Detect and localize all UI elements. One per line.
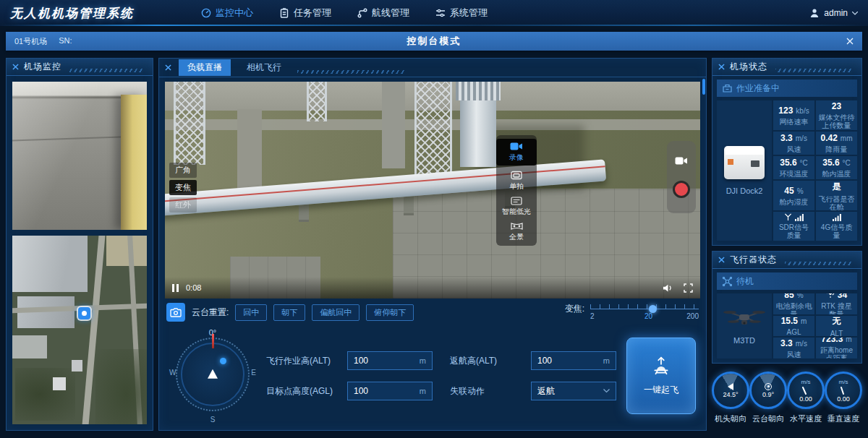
yaw-recenter-button[interactable]: 偏航回中 [312,304,359,321]
compass-needle [212,334,214,348]
building [72,360,82,372]
panel-close-button[interactable] [718,64,725,70]
video-time: 0:08 [186,283,201,292]
tab-payload-live[interactable]: 负载直播 [179,59,231,76]
gauge-dial: m/s 0.00 [825,372,862,409]
video-record-icon [510,142,523,151]
sdr-signal-icon [795,214,804,221]
snapshot-button[interactable] [166,303,185,322]
compass-west-label: W [169,369,176,377]
gimbal-point-down-button[interactable]: 朝下 [273,304,305,321]
heading-arrow-icon [728,383,733,390]
gimbal-recenter-button[interactable]: 回中 [235,304,267,321]
unit-label: m [603,356,610,365]
drone-video-feed[interactable]: 广角 变焦 红外 录像 单拍 智能低光 [165,82,700,299]
gimbal-orientation-gauge: 0.9° 云台朝向 [749,372,787,424]
drone-status-body: M3TD 85% 电池剩余电量 34 RTK 搜星数量 [717,293,857,358]
drone-stats-grid: 85% 电池剩余电量 34 RTK 搜星数量 15.5m [773,293,857,358]
field-label: 飞行作业高(ALT) [266,355,341,367]
dock-stats-grid: 123kb/s 网络速率 23 媒体文件待上传数量 3.3m/s 风速 0. [773,100,857,241]
drone-device-image [720,307,768,329]
capture-label: 单拍 [509,181,524,192]
stat-cabin-humidity: 45% 舱内湿度 [773,181,814,210]
satellite-map-feed[interactable] [12,236,147,424]
one-key-takeoff-button[interactable]: 一键起飞 [626,338,696,414]
volume-icon[interactable] [663,283,673,293]
record-button[interactable] [673,181,690,198]
flight-altitude-input[interactable] [354,356,407,366]
field-box: m [347,382,433,400]
stat-home-distance: 723.3m 距离home点距离 [816,338,857,358]
pause-button[interactable] [172,284,179,292]
fullscreen-icon[interactable] [684,283,693,293]
drone-icon [723,277,732,286]
stream-tabbar: 负载直播 相机飞行 [159,59,706,77]
takeoff-label: 一键起飞 [644,384,678,396]
main-content: 机场监控 [6,58,862,431]
user-menu[interactable]: admin [809,8,858,18]
player-right-controls [663,283,693,293]
lattice-tower [414,82,452,184]
header-decoration [775,69,853,72]
panel-title: 机场监控 [24,61,61,73]
yellow-wall [121,95,147,230]
zoom-control: 变焦: 2 20 200 [565,303,699,322]
panel-close-button[interactable] [12,64,19,70]
nav-label: 系统管理 [450,7,488,20]
capture-label: 全景 [509,232,524,242]
stat-wind-speed: 3.3m/s 风速 [773,132,814,155]
lost-link-action-select[interactable]: 返航 [531,382,616,400]
satellite-icon [826,293,835,298]
chevron-down-icon [603,389,610,393]
field-label: 返航高(ALT) [450,355,525,367]
zoom-slider[interactable]: 2 20 200 [590,304,699,322]
dock-location-marker[interactable] [78,307,90,319]
stat-rainfall: 0.42mm 降雨量 [816,132,857,155]
capture-single-shot-button[interactable]: 单拍 [496,171,537,192]
return-altitude-input[interactable] [537,356,591,366]
nav-item-task-management[interactable]: 任务管理 [279,7,331,20]
unit-label: m [420,356,426,365]
stat-battery: 85% 电池剩余电量 [773,293,814,314]
gauge-value: 0.9° [762,391,774,398]
airport-label[interactable]: 01号机场 [14,36,47,47]
airport-monitor-panel: 机场监控 [6,58,153,431]
stat-alt: 无 ALT [816,316,857,337]
app-title: 无人机机场管理系统 [10,5,134,22]
pitch-down-button[interactable]: 俯仰朝下 [366,304,414,321]
target-agl-input[interactable] [354,386,407,396]
close-icon [846,38,854,45]
lost-link-action-field: 失联动作 返航 [450,382,616,400]
building-roof [12,236,88,292]
nav-item-system-management[interactable]: 系统管理 [435,7,488,20]
drone-device: M3TD [717,293,772,358]
panel-close-button[interactable] [718,257,725,263]
lens-wide-button[interactable]: 广角 [169,163,197,178]
gimbal-control-bar: 云台重置: 回中 朝下 偏航回中 俯仰朝下 变焦: 2 20 200 [159,299,706,326]
gauge-label: 云台朝向 [752,413,784,424]
gauge-value: 24.5° [723,391,738,398]
unit-label: m [420,387,426,395]
nav-item-route-management[interactable]: 航线管理 [357,7,409,20]
dock-camera-feed[interactable] [12,82,147,230]
nav-label: 航线管理 [372,7,409,20]
panel-close-button[interactable] [165,64,171,71]
tree-area [15,368,76,421]
task-icon [279,8,289,18]
lens-infrared-button[interactable]: 红外 [169,197,197,212]
stat-ambient-temp: 35.6°C 环境温度 [773,156,814,179]
tab-camera-flight[interactable]: 相机飞行 [238,59,290,76]
console-close-button[interactable] [846,38,854,45]
close-icon [718,64,725,70]
capture-video-button[interactable]: 录像 [496,139,537,166]
single-shot-icon [511,171,522,180]
zoom-min: 2 [590,312,595,320]
capture-panorama-button[interactable]: 全景 [496,222,537,242]
scrollbar-thumb[interactable] [702,79,705,95]
nav-item-monitor-center[interactable]: 监控中心 [201,7,253,20]
target-dot [220,358,226,364]
heading-gauge: 24.5° 机头朝向 [712,372,749,424]
lens-zoom-button[interactable]: 变焦 [169,180,197,195]
pipe-support [404,194,414,213]
capture-lowlight-button[interactable]: 智能低光 [496,197,537,217]
